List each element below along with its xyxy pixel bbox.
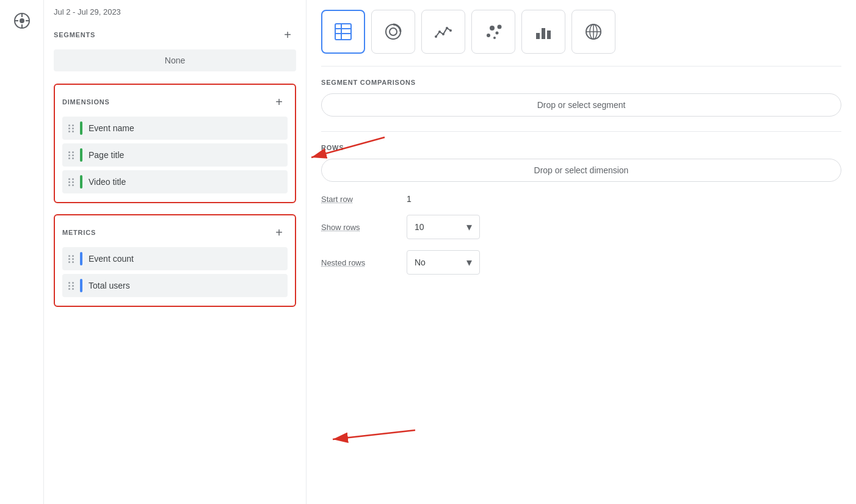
metrics-box: METRICS + Event count Total: [54, 214, 296, 307]
dimension-item-event-name[interactable]: Event name: [62, 117, 288, 140]
nested-rows-select[interactable]: No ▾: [407, 250, 480, 275]
chevron-down-icon-2: ▾: [466, 256, 472, 269]
svg-rect-22: [536, 33, 540, 39]
start-row-value: 1: [407, 194, 412, 204]
dimension-color-bar: [80, 148, 82, 162]
chart-type-geo[interactable]: [571, 10, 615, 54]
segment-none-value[interactable]: None: [54, 49, 296, 71]
dimension-name: Page title: [89, 150, 124, 160]
left-panel: Jul 2 - Jul 29, 2023 SEGMENTS + None DIM…: [44, 0, 306, 504]
add-metric-button[interactable]: +: [270, 224, 288, 241]
chevron-down-icon: ▾: [466, 220, 472, 234]
metrics-header: METRICS +: [62, 224, 288, 241]
show-rows-label: Show rows: [321, 223, 394, 232]
segment-drop-zone[interactable]: Drop or select segment: [321, 93, 841, 117]
dimension-item-video-title[interactable]: Video title: [62, 170, 288, 193]
segment-comparisons-label: SEGMENT COMPARISONS: [321, 79, 841, 86]
date-range: Jul 2 - Jul 29, 2023: [54, 0, 296, 26]
dimension-color-bar: [80, 121, 82, 135]
chart-type-scatter[interactable]: [471, 10, 515, 54]
metric-color-bar: [80, 252, 82, 265]
svg-point-12: [435, 35, 437, 38]
metric-name: Event count: [89, 254, 134, 264]
segment-comparisons-section: SEGMENT COMPARISONS Drop or select segme…: [321, 79, 841, 117]
show-rows-value: 10: [415, 222, 424, 232]
drag-handle: [68, 124, 74, 132]
section-divider-2: [321, 131, 841, 132]
svg-point-20: [498, 25, 502, 29]
svg-point-1: [20, 18, 24, 23]
rows-label: ROWS: [321, 144, 841, 151]
dimension-item-page-title[interactable]: Page title: [62, 143, 288, 167]
svg-point-17: [487, 34, 490, 37]
svg-rect-6: [335, 24, 351, 40]
segments-header: SEGMENTS +: [54, 26, 296, 43]
nested-rows-value: No: [415, 257, 426, 267]
add-segment-button[interactable]: +: [279, 26, 296, 43]
dimensions-box: DIMENSIONS + Event name Page: [54, 84, 296, 203]
nested-rows-row: Nested rows No ▾: [321, 250, 841, 275]
drag-handle: [68, 255, 74, 263]
show-rows-select[interactable]: 10 ▾: [407, 215, 480, 239]
chart-type-table[interactable]: [321, 10, 365, 54]
chart-type-donut[interactable]: [371, 10, 415, 54]
show-rows-row: Show rows 10 ▾: [321, 215, 841, 239]
chart-type-line[interactable]: [421, 10, 465, 54]
drag-handle: [68, 178, 74, 186]
app-logo[interactable]: [9, 7, 35, 34]
drag-handle: [68, 282, 74, 290]
start-row-row: Start row 1: [321, 194, 841, 204]
svg-point-18: [490, 26, 495, 31]
svg-point-16: [449, 29, 452, 32]
svg-point-19: [496, 32, 499, 35]
svg-rect-23: [542, 28, 545, 39]
right-panel: SEGMENT COMPARISONS Drop or select segme…: [306, 0, 856, 504]
dimension-name: Video title: [89, 177, 126, 187]
drag-handle: [68, 151, 74, 159]
rows-drop-zone[interactable]: Drop or select dimension: [321, 159, 841, 182]
svg-point-14: [442, 33, 444, 35]
svg-point-11: [390, 28, 397, 35]
metrics-label: METRICS: [62, 229, 96, 236]
metric-color-bar: [80, 279, 82, 292]
chart-type-selector: [321, 10, 841, 54]
metric-item-event-count[interactable]: Event count: [62, 247, 288, 270]
rows-section: ROWS Drop or select dimension Start row …: [321, 144, 841, 275]
chart-type-bar[interactable]: [521, 10, 565, 54]
section-divider: [321, 66, 841, 67]
svg-point-15: [446, 27, 448, 29]
metric-name: Total users: [89, 281, 130, 290]
dimension-color-bar: [80, 175, 82, 189]
left-navigation: [0, 0, 44, 504]
svg-rect-24: [547, 31, 551, 39]
nested-rows-label: Nested rows: [321, 258, 394, 267]
svg-point-13: [438, 31, 441, 33]
dimensions-header: DIMENSIONS +: [62, 93, 288, 110]
dimensions-label: DIMENSIONS: [62, 98, 110, 106]
svg-point-21: [493, 37, 496, 39]
start-row-label: Start row: [321, 195, 394, 204]
metric-item-total-users[interactable]: Total users: [62, 274, 288, 297]
add-dimension-button[interactable]: +: [270, 93, 288, 110]
segments-label: SEGMENTS: [54, 31, 95, 38]
dimension-name: Event name: [89, 123, 134, 133]
